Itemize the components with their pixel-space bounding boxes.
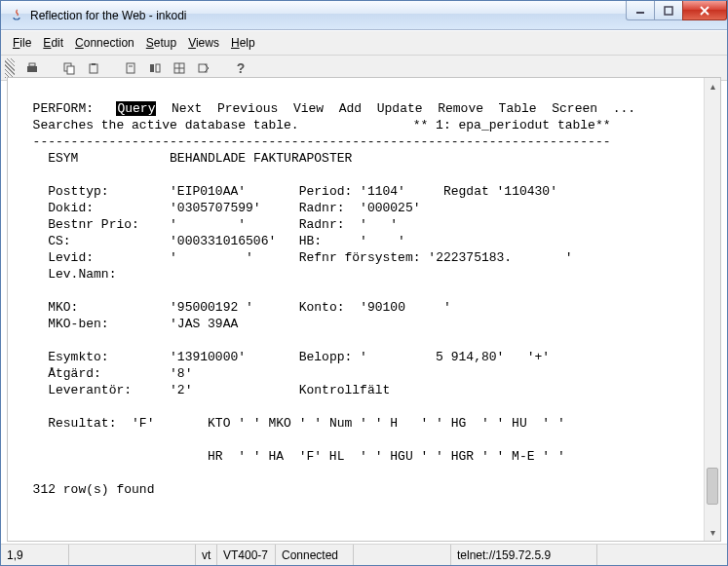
status-url: telnet://159.72.5.9 [451, 545, 597, 565]
print-button[interactable] [21, 57, 43, 79]
svg-rect-0 [636, 12, 644, 14]
perform-previous[interactable]: Previous [217, 101, 278, 116]
status-bar: 1,9 vt VT400-7 Connected telnet://159.72… [1, 544, 727, 565]
svg-rect-11 [156, 64, 160, 72]
perform-screen[interactable]: Screen [552, 101, 597, 116]
toolbar-grip [5, 58, 15, 78]
maximize-button[interactable] [654, 1, 683, 20]
grid-button[interactable] [169, 57, 190, 79]
svg-rect-1 [665, 7, 672, 15]
status-empty-1 [69, 545, 196, 565]
perform-view[interactable]: View [293, 101, 324, 116]
tool-button-1[interactable] [120, 57, 141, 79]
svg-rect-10 [150, 64, 154, 72]
subtitle-right: ** 1: epa_periodut table** [413, 118, 611, 132]
menu-views[interactable]: Views [184, 34, 223, 52]
status-empty-3 [597, 545, 727, 565]
menu-setup[interactable]: Setup [142, 34, 180, 52]
menu-file[interactable]: File [9, 34, 35, 52]
status-empty-2 [354, 545, 451, 565]
menu-edit[interactable]: Edit [39, 34, 67, 52]
tool-button-3[interactable] [193, 57, 214, 79]
copy-button[interactable] [58, 57, 80, 79]
terminal[interactable]: PERFORM: Query Next Previous View Add Up… [8, 78, 704, 541]
close-button[interactable] [682, 1, 727, 20]
svg-rect-6 [90, 64, 97, 73]
tool-button-2[interactable] [144, 57, 166, 79]
scroll-thumb[interactable] [707, 468, 718, 505]
paste-button[interactable] [83, 57, 104, 79]
status-vt: vt [196, 545, 217, 565]
scroll-up-arrow[interactable]: ▴ [705, 78, 720, 94]
subtitle-left: Searches the active database table. [33, 118, 299, 132]
minimize-button[interactable] [626, 1, 655, 20]
window-titlebar: Reflection for the Web - inkodi [1, 1, 727, 30]
divider: ----------------------------------------… [33, 134, 611, 149]
perform-update[interactable]: Update [377, 101, 423, 116]
status-cursor-pos: 1,9 [1, 545, 69, 565]
java-icon [9, 8, 24, 23]
perform-remove[interactable]: Remove [438, 101, 483, 116]
perform-next[interactable]: Next [172, 101, 202, 116]
perform-table[interactable]: Table [499, 101, 537, 116]
svg-rect-8 [127, 63, 134, 73]
perform-query[interactable]: Query [116, 101, 156, 116]
menu-connection[interactable]: Connection [71, 34, 138, 52]
menu-bar: File Edit Connection Setup Views Help [1, 30, 727, 56]
menu-help[interactable]: Help [227, 34, 259, 52]
vertical-scrollbar[interactable]: ▴ ▾ [704, 78, 720, 541]
rows-found: 312 row(s) found [33, 482, 155, 497]
svg-rect-2 [27, 66, 37, 72]
svg-rect-3 [29, 63, 35, 66]
status-emulation: VT400-7 [217, 545, 276, 565]
perform-add[interactable]: Add [339, 101, 362, 116]
svg-rect-7 [92, 63, 96, 65]
svg-rect-5 [67, 66, 74, 74]
help-button[interactable]: ? [230, 57, 251, 79]
window-controls [627, 1, 727, 20]
scroll-down-arrow[interactable]: ▾ [705, 524, 720, 541]
window-title: Reflection for the Web - inkodi [30, 9, 187, 22]
perform-more[interactable]: ... [613, 101, 635, 116]
terminal-panel: PERFORM: Query Next Previous View Add Up… [7, 77, 721, 542]
status-connection: Connected [276, 545, 354, 565]
